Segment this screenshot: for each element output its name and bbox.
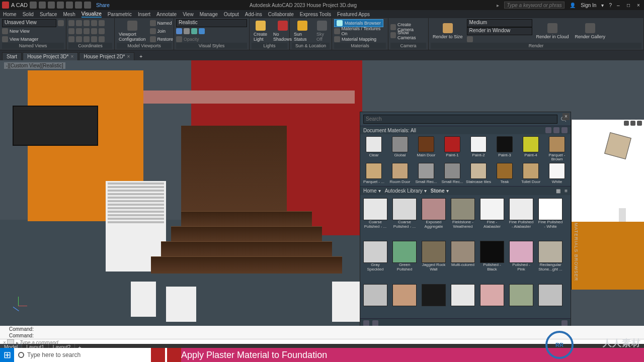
library-material-item[interactable] — [450, 284, 476, 315]
render-in-cloud-button[interactable]: Render in Cloud — [534, 22, 571, 40]
menu-visualize[interactable]: Visualize — [82, 11, 102, 18]
mb-more-icon[interactable] — [561, 320, 568, 326]
qa-undo-icon[interactable] — [66, 2, 73, 9]
menu-parametric[interactable]: Parametric — [108, 12, 132, 17]
doc-material-item[interactable]: Main Door — [414, 136, 439, 162]
tab-doc-0[interactable]: House Project 3D*× — [23, 52, 78, 60]
viewport[interactable]: -][Custom View][Realistic] — [0, 60, 644, 326]
close-icon[interactable]: × — [127, 54, 130, 59]
view-select[interactable]: Unsaved View — [2, 19, 56, 27]
mb-thumb2-icon[interactable]: ▦ — [556, 188, 560, 194]
join-icon[interactable] — [150, 28, 156, 34]
ucs5-icon[interactable] — [99, 20, 105, 26]
mb-search-input[interactable] — [363, 115, 557, 124]
doc-material-item[interactable]: White — [544, 163, 570, 184]
library-material-item[interactable]: Coarse Polished - ... — [362, 198, 388, 238]
ucs7-icon[interactable] — [76, 28, 82, 34]
doc-material-item[interactable]: Global — [387, 136, 413, 162]
search-input[interactable] — [504, 2, 565, 9]
library-material-item[interactable] — [508, 284, 534, 315]
taskbar-app-2-icon[interactable] — [167, 348, 181, 362]
taskbar-search[interactable]: Type here to search — [14, 351, 149, 358]
mb-library-button[interactable]: Autodesk Library▾ — [385, 188, 427, 194]
vp-max-icon[interactable] — [630, 121, 635, 126]
qa-saveas-icon[interactable] — [57, 2, 64, 9]
panel-close-icon[interactable]: × — [562, 113, 570, 120]
library-material-item[interactable]: Polished - Pink — [508, 241, 534, 281]
taskbar-app-1-icon[interactable] — [151, 348, 165, 362]
menu-home[interactable]: Home — [3, 12, 17, 17]
window-minimize-icon[interactable]: – — [617, 3, 622, 8]
library-material-item[interactable]: Coarse Polished - ... — [391, 198, 418, 238]
doc-material-item[interactable]: Parquet - ... — [361, 163, 386, 184]
menu-solid[interactable]: Solid — [23, 12, 34, 17]
mb-thumb-icon[interactable] — [545, 127, 551, 133]
material-mapping-icon[interactable] — [334, 36, 340, 42]
qa-save-icon[interactable] — [48, 2, 55, 9]
doc-material-item[interactable]: Paint-3 — [492, 136, 517, 162]
doc-material-item[interactable]: Small Rec... — [440, 163, 465, 184]
mb-list-icon[interactable] — [553, 127, 559, 133]
doc-material-item[interactable]: Clear — [361, 136, 386, 162]
mb-settings-icon[interactable] — [372, 320, 378, 326]
mb-home-button[interactable]: Home▾ — [363, 188, 381, 194]
render-quality-select[interactable]: Medium — [467, 19, 532, 27]
library-material-item[interactable]: Fine Polished - Alabaster — [508, 198, 534, 238]
mb-list2-icon[interactable]: ≡ — [565, 188, 568, 194]
tab-add-button[interactable]: + — [135, 53, 146, 60]
ucs3-icon[interactable] — [84, 20, 90, 26]
ucs-icon[interactable] — [68, 20, 74, 26]
visual-style-select[interactable]: Realistic — [176, 19, 247, 27]
sphere2-icon[interactable] — [184, 28, 190, 34]
viewport-config-button[interactable]: Viewport Configuration — [117, 20, 148, 43]
mb-open-icon[interactable] — [363, 320, 369, 326]
library-material-item[interactable] — [479, 284, 505, 315]
render-in-window-button[interactable]: Render in Window — [467, 27, 532, 35]
vp-close-icon[interactable] — [637, 121, 642, 126]
library-material-item[interactable]: Fieldstone - Weathered — [450, 198, 476, 238]
windows-start-icon[interactable]: ⊞ — [0, 348, 14, 362]
new-view-icon[interactable] — [2, 28, 8, 34]
signin-label[interactable]: Sign In — [581, 3, 596, 8]
create-camera-icon[interactable] — [390, 24, 396, 30]
doc-material-item[interactable]: Parquet - Brown — [544, 136, 570, 162]
menu-view[interactable]: View — [183, 12, 194, 17]
menu-annotate[interactable]: Annotate — [156, 12, 177, 17]
library-material-item[interactable] — [537, 284, 564, 315]
menu-featuredapps[interactable]: Featured Apps — [337, 12, 370, 17]
render-gallery-button[interactable]: Render Gallery — [573, 22, 608, 40]
viewcube-icon[interactable] — [604, 132, 631, 159]
library-material-item[interactable]: Green Polished — [391, 241, 418, 281]
menu-collaborate[interactable]: Collaborate — [268, 12, 294, 17]
ucs15-icon[interactable] — [99, 36, 105, 42]
menu-output[interactable]: Output — [224, 12, 239, 17]
tab-doc-1[interactable]: House Project 2D*× — [79, 52, 134, 60]
library-material-item[interactable] — [391, 284, 418, 315]
show-cameras-icon[interactable] — [390, 32, 396, 38]
menu-mesh[interactable]: Mesh — [63, 12, 75, 17]
library-material-item[interactable]: Exposed Aggregate — [421, 198, 447, 238]
ucs9-icon[interactable] — [91, 28, 97, 34]
restore-icon[interactable] — [150, 36, 156, 42]
ucs12-icon[interactable] — [76, 36, 82, 42]
library-material-item[interactable]: Polished - Black — [479, 241, 505, 281]
ucs10-icon[interactable] — [99, 28, 105, 34]
library-material-item[interactable] — [362, 284, 388, 315]
menu-manage[interactable]: Manage — [200, 12, 218, 17]
named-icon[interactable] — [150, 20, 156, 26]
library-material-item[interactable] — [421, 284, 447, 315]
ucs14-icon[interactable] — [91, 36, 97, 42]
render-to-size-button[interactable]: Render to Size — [431, 22, 465, 40]
viewport-right[interactable] — [571, 120, 644, 290]
qa-open-icon[interactable] — [39, 2, 46, 9]
sphere1-icon[interactable] — [176, 28, 182, 34]
tab-start[interactable]: Start — [2, 52, 22, 60]
chevron-down-icon[interactable] — [58, 20, 64, 26]
materials-textures-icon[interactable] — [334, 28, 340, 34]
qa-plot-icon[interactable] — [84, 2, 91, 9]
window-close-icon[interactable]: × — [637, 3, 642, 8]
doc-material-item[interactable]: Teak — [492, 163, 517, 184]
ucs11-icon[interactable] — [68, 36, 74, 42]
library-material-item[interactable]: Jagged Rock Wall — [421, 241, 447, 281]
doc-material-item[interactable]: Paint-2 — [466, 136, 491, 162]
